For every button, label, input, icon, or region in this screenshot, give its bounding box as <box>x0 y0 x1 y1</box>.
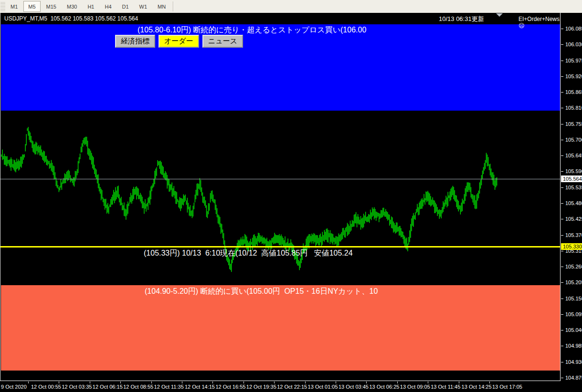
yellow-level-badge: 105.330 <box>561 243 582 250</box>
price-tick-label: 105.865 <box>565 89 582 95</box>
price-tick <box>561 155 563 156</box>
price-tick-label: 104.930 <box>565 359 582 365</box>
price-tick-label: 105.150 <box>565 296 582 301</box>
price-tick-label: 106.085 <box>565 26 582 31</box>
price-tick-label: 105.645 <box>565 153 582 158</box>
price-tick <box>561 299 563 299</box>
timeframe-button-w1[interactable]: W1 <box>135 1 152 12</box>
price-tick-label: 106.030 <box>565 41 582 47</box>
timeframe-button-m15[interactable]: M15 <box>42 1 61 12</box>
time-tick-label: 13 Oct 01:05 <box>308 384 338 390</box>
timeframe-toolbar: M1M5M15M30H1H4D1W1MN <box>0 0 582 13</box>
price-tick-label: 105.755 <box>565 121 582 127</box>
timeframe-button-m1[interactable]: M1 <box>6 1 22 12</box>
time-tick-label: 12 Oct 08:55 <box>123 384 153 390</box>
time-tick <box>397 382 398 383</box>
time-tick-label: 9 Oct 2020 <box>1 384 27 390</box>
price-tick <box>561 346 563 346</box>
yellow-level-line[interactable] <box>0 246 561 248</box>
price-tick <box>561 61 563 61</box>
price-tick <box>561 108 563 108</box>
level-line-annotation: (105.33円) 10/13 6:10現在(10/12 高値105.85円 安… <box>144 248 353 258</box>
mt4-chart-window: { "toolbar": { "timeframes": ["M1","M5",… <box>0 0 582 392</box>
price-tick <box>561 378 563 378</box>
economic-indicators-button[interactable]: 経済指標 <box>115 35 155 48</box>
price-tick <box>561 282 563 283</box>
news-button[interactable]: ニュース <box>202 35 243 48</box>
timeframe-button-m30[interactable]: M30 <box>62 1 82 12</box>
price-tick-label: 105.700 <box>565 137 582 143</box>
price-tick <box>561 171 563 172</box>
price-tick-label: 105.590 <box>565 168 582 174</box>
time-tick-label: 13 Oct 14:25 <box>462 384 492 390</box>
time-tick-label: 12 Oct 00:55 <box>31 384 61 390</box>
price-tick <box>561 314 563 315</box>
price-tick-label: 105.535 <box>565 185 582 190</box>
toolbar-grip-icon[interactable] <box>0 1 5 11</box>
timeframe-button-mn[interactable]: MN <box>153 1 170 12</box>
price-tick-label: 105.370 <box>565 232 582 238</box>
time-tick-label: 13 Oct 06:25 <box>369 384 399 390</box>
candlestick-series <box>0 13 561 381</box>
price-tick <box>561 235 563 236</box>
update-timestamp: 10/13 06:31更新 <box>439 15 484 23</box>
timeframe-button-h1[interactable]: H1 <box>83 1 99 12</box>
time-tick <box>90 382 90 383</box>
price-tick <box>561 187 563 188</box>
price-tick <box>561 76 563 77</box>
time-tick <box>182 382 182 383</box>
price-tick-label: 105.425 <box>565 216 582 222</box>
price-tick <box>561 362 563 362</box>
sell-zone-annotation: (105.80-6.10円) 断続的に売り・超えるとストップロス買い(106.0… <box>138 25 366 35</box>
price-tick <box>561 44 563 45</box>
time-tick <box>305 382 306 383</box>
time-tick <box>274 382 275 383</box>
ea-status-label: EI+Order+News☹ <box>519 16 560 29</box>
time-tick-label: 12 Oct 19:35 <box>246 384 276 390</box>
price-tick <box>561 267 563 267</box>
orders-button[interactable]: オーダー <box>159 35 199 48</box>
chart-region: USDJPY_MT,M5 105.562 105.583 105.562 105… <box>0 13 582 382</box>
timeframe-button-m5[interactable]: M5 <box>23 1 40 12</box>
current-price-line <box>0 179 561 179</box>
price-tick-label: 104.875 <box>565 375 582 381</box>
time-tick <box>59 382 59 383</box>
chart-plot-area[interactable]: USDJPY_MT,M5 105.562 105.583 105.562 105… <box>0 13 561 381</box>
price-tick-label: 105.975 <box>565 58 582 63</box>
price-tick-label: 105.095 <box>565 311 582 317</box>
time-tick-label: 12 Oct 14:15 <box>185 384 215 390</box>
time-tick <box>336 382 336 383</box>
price-tick-label: 105.040 <box>565 327 582 333</box>
time-tick-label: 12 Oct 11:35 <box>154 384 184 390</box>
time-scale[interactable]: 9 Oct 202012 Oct 00:5512 Oct 03:3512 Oct… <box>0 382 582 392</box>
toolbar-separator <box>173 1 174 11</box>
time-tick <box>428 382 428 383</box>
chart-shift-marker-icon[interactable] <box>496 13 503 17</box>
timeframe-button-d1[interactable]: D1 <box>117 1 134 12</box>
price-scale[interactable]: 106.085106.030105.975105.920105.865105.8… <box>561 13 582 382</box>
price-tick <box>561 124 563 124</box>
time-tick-label: 12 Oct 16:55 <box>215 384 245 390</box>
time-tick-label: 12 Oct 03:35 <box>62 384 92 390</box>
chart-ohlc-title: USDJPY_MT,M5 105.562 105.583 105.562 105… <box>4 15 138 22</box>
time-tick-label: 13 Oct 03:45 <box>339 384 369 390</box>
price-tick-label: 105.920 <box>565 73 582 79</box>
time-tick-label: 13 Oct 17:05 <box>492 384 522 390</box>
time-tick <box>366 382 367 383</box>
price-tick <box>561 203 563 204</box>
price-tick <box>561 251 563 251</box>
time-tick-label: 12 Oct 22:15 <box>277 384 307 390</box>
time-tick <box>489 382 490 383</box>
buy-zone-annotation: (104.90-5.20円) 断続的に買い(105.00円 OP15・16日NY… <box>145 287 378 297</box>
time-tick <box>212 382 213 383</box>
price-tick <box>561 219 563 219</box>
price-tick <box>561 140 563 140</box>
timeframe-button-h4[interactable]: H4 <box>100 1 116 12</box>
time-tick <box>28 382 29 383</box>
price-tick <box>561 330 563 330</box>
price-tick <box>561 92 563 93</box>
price-tick <box>561 29 563 29</box>
time-tick-label: 13 Oct 09:05 <box>400 384 430 390</box>
price-tick-label: 105.205 <box>565 279 582 285</box>
ea-face-icon: ☹ <box>519 22 525 29</box>
